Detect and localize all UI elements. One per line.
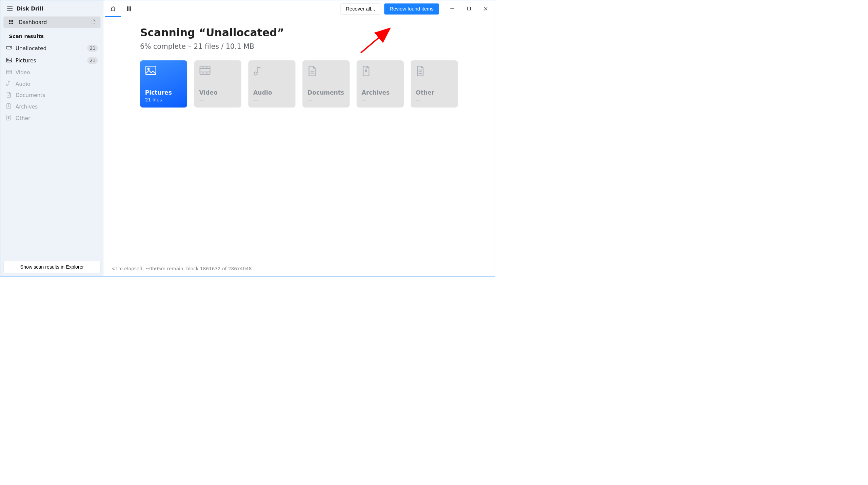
- pause-button[interactable]: [121, 4, 137, 15]
- show-in-explorer-button[interactable]: Show scan results in Explorer: [3, 261, 100, 273]
- toolbar: Recover all... Review found items: [104, 0, 495, 17]
- app-title: Disk Drill: [16, 6, 43, 12]
- sidebar-item-video[interactable]: Video: [0, 67, 104, 78]
- svg-rect-21: [6, 58, 12, 62]
- recover-all-button[interactable]: Recover all...: [341, 3, 380, 15]
- card-sub: —: [199, 97, 236, 102]
- sidebar-item-label: Pictures: [16, 58, 36, 64]
- svg-rect-3: [9, 20, 10, 21]
- card-label: Audio: [253, 89, 291, 96]
- sidebar-item-other[interactable]: Other: [0, 112, 104, 124]
- sidebar-item-pictures[interactable]: Pictures 21: [0, 54, 104, 67]
- grid-icon: [8, 19, 14, 25]
- archive-icon: [6, 103, 11, 110]
- card-other[interactable]: Other —: [411, 60, 458, 108]
- sidebar-item-label: Archives: [16, 104, 38, 110]
- review-found-items-button[interactable]: Review found items: [384, 3, 439, 15]
- card-label: Other: [416, 89, 453, 96]
- file-icon: [416, 65, 453, 77]
- home-icon: [110, 6, 116, 12]
- svg-rect-40: [127, 6, 128, 11]
- svg-line-13: [94, 20, 95, 21]
- section-title-scan-results: Scan results: [0, 31, 104, 42]
- sidebar-item-label: Video: [16, 70, 30, 76]
- card-audio[interactable]: Audio —: [248, 60, 295, 108]
- sidebar: Disk Drill Dashboard: [0, 0, 104, 276]
- svg-rect-9: [9, 23, 10, 24]
- svg-line-64: [361, 30, 388, 53]
- music-note-icon: [6, 80, 11, 88]
- main: Recover all... Review found items Scanni…: [104, 0, 495, 276]
- svg-rect-10: [11, 23, 12, 24]
- svg-point-55: [254, 72, 257, 75]
- card-sub: 21 files: [145, 97, 182, 102]
- svg-rect-7: [11, 21, 12, 22]
- card-pictures[interactable]: Pictures 21 files: [140, 60, 187, 108]
- count-badge: 21: [87, 45, 98, 52]
- svg-rect-46: [146, 66, 156, 75]
- document-icon: [308, 65, 345, 77]
- count-badge: 21: [87, 57, 98, 64]
- card-video[interactable]: Video —: [194, 60, 241, 108]
- svg-point-20: [11, 47, 11, 48]
- menu-icon[interactable]: [7, 6, 13, 12]
- svg-line-19: [92, 20, 92, 21]
- svg-point-59: [365, 71, 367, 72]
- drive-icon: [6, 45, 12, 51]
- svg-line-17: [92, 23, 92, 23]
- card-label: Archives: [361, 89, 399, 96]
- svg-point-30: [6, 84, 8, 85]
- category-cards: Pictures 21 files Video — Audio —: [140, 60, 495, 108]
- maximize-icon[interactable]: [466, 5, 472, 13]
- page-title: Scanning “Unallocated”: [140, 26, 495, 39]
- video-icon: [6, 70, 12, 76]
- archive-icon: [361, 65, 399, 77]
- svg-rect-48: [200, 66, 210, 74]
- card-label: Pictures: [145, 89, 182, 96]
- svg-rect-11: [12, 23, 13, 24]
- loading-spinner-icon: [91, 19, 96, 25]
- svg-rect-23: [6, 70, 12, 74]
- dashboard-label: Dashboard: [19, 19, 47, 25]
- card-label: Documents: [308, 89, 345, 96]
- close-icon[interactable]: [482, 5, 489, 13]
- image-icon: [6, 57, 12, 63]
- sidebar-footer: Show scan results in Explorer: [0, 258, 104, 276]
- sidebar-item-documents[interactable]: Documents: [0, 90, 104, 101]
- document-icon: [6, 92, 11, 99]
- svg-point-22: [7, 59, 8, 60]
- svg-rect-4: [11, 20, 12, 21]
- sidebar-header: Disk Drill: [0, 3, 104, 16]
- app-window: Disk Drill Dashboard: [0, 0, 495, 277]
- card-label: Video: [199, 89, 236, 96]
- svg-rect-41: [130, 6, 131, 11]
- scan-progress-text: 6% complete – 21 files / 10.1 MB: [140, 42, 495, 50]
- sidebar-item-dashboard[interactable]: Dashboard: [3, 16, 100, 28]
- file-icon: [6, 115, 11, 122]
- sidebar-item-label: Audio: [16, 81, 31, 87]
- minimize-icon[interactable]: [449, 5, 456, 13]
- status-bar: <1m elapsed, ~0h05m remain, block 186163…: [104, 266, 495, 276]
- card-archives[interactable]: Archives —: [357, 60, 404, 108]
- sidebar-item-label: Unallocated: [16, 45, 47, 51]
- card-sub: —: [253, 97, 291, 102]
- sidebar-item-unallocated[interactable]: Unallocated 21: [0, 42, 104, 55]
- card-sub: —: [416, 97, 453, 102]
- svg-rect-8: [12, 21, 13, 22]
- sidebar-item-label: Other: [16, 115, 31, 121]
- svg-rect-6: [9, 21, 10, 22]
- card-documents[interactable]: Documents —: [302, 60, 350, 108]
- video-icon: [199, 65, 236, 76]
- music-note-icon: [253, 65, 291, 77]
- home-tab[interactable]: [105, 4, 121, 15]
- annotation-arrow-icon: [357, 28, 392, 56]
- svg-point-35: [8, 106, 9, 106]
- sidebar-item-audio[interactable]: Audio: [0, 78, 104, 90]
- sidebar-item-label: Documents: [16, 92, 45, 98]
- svg-rect-5: [12, 20, 13, 21]
- svg-line-15: [94, 23, 95, 23]
- sidebar-item-archives[interactable]: Archives: [0, 101, 104, 113]
- card-sub: —: [308, 97, 345, 102]
- window-controls: [449, 5, 489, 13]
- card-sub: —: [361, 97, 399, 102]
